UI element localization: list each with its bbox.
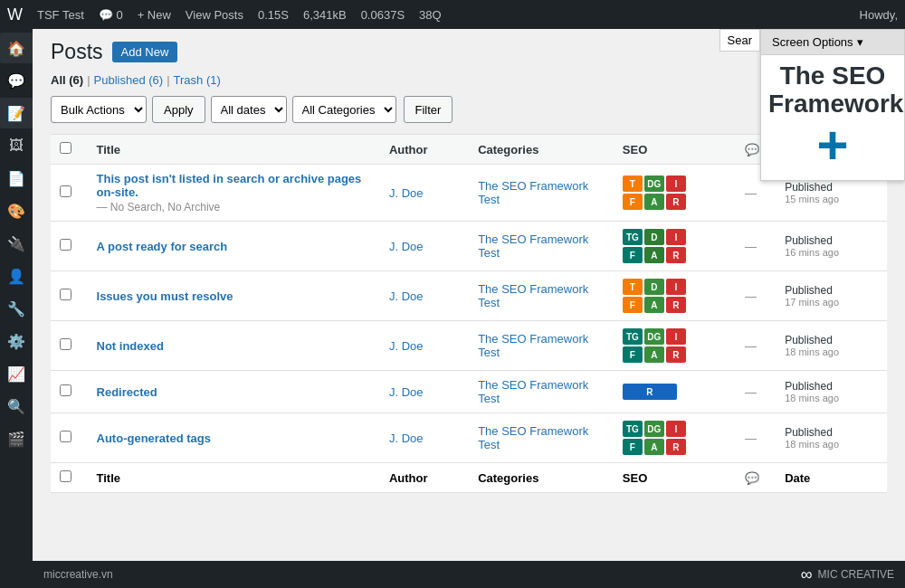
seo-badge: A bbox=[644, 247, 664, 263]
sidebar-item-plugins[interactable]: 🔌 bbox=[0, 228, 33, 259]
comments-icon: 💬 bbox=[99, 8, 113, 22]
dash-icon: — bbox=[745, 339, 757, 353]
table-row: Auto-generated tagsJ. DoeThe SEO Framewo… bbox=[51, 413, 887, 463]
chevron-down-icon: ▾ bbox=[857, 35, 863, 49]
main-content: Screen Options ▾ The SEO Framework + Sea… bbox=[33, 29, 905, 588]
tfoot-th-checkbox bbox=[51, 463, 88, 493]
site-name[interactable]: TSF Test bbox=[30, 8, 91, 22]
seo-badge: I bbox=[666, 279, 686, 295]
post-title-link[interactable]: Not indexed bbox=[97, 339, 164, 353]
row-checkbox[interactable] bbox=[60, 384, 71, 396]
sidebar-item-media[interactable]: 🖼 bbox=[0, 130, 33, 161]
seo-badge: R bbox=[666, 439, 686, 455]
date-filter-select[interactable]: All dates bbox=[211, 96, 287, 123]
table-row: A post ready for searchJ. DoeThe SEO Fra… bbox=[51, 222, 887, 271]
sidebar-item-users[interactable]: 👤 bbox=[0, 261, 33, 291]
seo-badge: F bbox=[623, 346, 643, 363]
th-categories: Categories bbox=[469, 135, 614, 165]
table-row: RedirectedJ. DoeThe SEO Framework TestR—… bbox=[51, 371, 887, 413]
seo-badge: I bbox=[666, 421, 686, 437]
search-box-partial[interactable]: Sear bbox=[719, 29, 760, 52]
post-title-link[interactable]: A post ready for search bbox=[97, 240, 228, 253]
subnav-published[interactable]: Published (6) bbox=[94, 73, 164, 87]
seo-badge: F bbox=[623, 297, 643, 313]
table-footer-row: Title Author Categories SEO 💬 bbox=[51, 463, 887, 493]
seo-badge: F bbox=[623, 247, 643, 263]
category-link[interactable]: The SEO Framework Test bbox=[478, 282, 588, 309]
seo-plugin-plus-icon: + bbox=[768, 119, 897, 173]
tfoot-th-author: Author bbox=[380, 463, 469, 493]
row-checkbox[interactable] bbox=[60, 338, 71, 350]
category-link[interactable]: The SEO Framework Test bbox=[478, 179, 588, 206]
add-new-button[interactable]: Add New bbox=[112, 42, 178, 62]
seo-badge: R bbox=[623, 384, 677, 400]
seo-badge: I bbox=[666, 229, 686, 245]
date-cell: Published16 mins ago bbox=[776, 222, 887, 271]
sidebar-item-tools[interactable]: 🔧 bbox=[0, 293, 33, 324]
screen-options-panel: Screen Options ▾ The SEO Framework + bbox=[760, 29, 905, 181]
post-title-link[interactable]: This post isn't listed in search or arch… bbox=[97, 172, 362, 199]
screen-options-label: Screen Options bbox=[772, 35, 853, 49]
select-all-checkbox[interactable] bbox=[60, 142, 71, 154]
seo-badge: I bbox=[666, 175, 686, 192]
comments-item[interactable]: 💬 0 bbox=[91, 8, 130, 22]
footer-brand: MIC CREATIVE bbox=[818, 568, 894, 581]
seo-badges: R bbox=[623, 384, 727, 400]
sidebar-item-pages[interactable]: 📄 bbox=[0, 163, 33, 194]
author-link[interactable]: J. Doe bbox=[389, 240, 424, 253]
apply-button[interactable]: Apply bbox=[152, 96, 205, 123]
footer-logo-mark: ∞ bbox=[801, 565, 813, 584]
category-link[interactable]: The SEO Framework Test bbox=[478, 232, 588, 260]
filter-button[interactable]: Filter bbox=[404, 96, 453, 123]
sidebar-item-video[interactable]: 🎬 bbox=[0, 423, 33, 454]
sidebar-item-settings[interactable]: ⚙️ bbox=[0, 326, 33, 356]
sidebar-item-comments[interactable]: 💬 bbox=[0, 65, 33, 96]
sidebar-item-posts[interactable]: 📝 bbox=[0, 98, 33, 128]
seo-badge: T bbox=[623, 279, 643, 295]
tfoot-th-date[interactable]: Date bbox=[776, 463, 887, 493]
category-link[interactable]: The SEO Framework Test bbox=[478, 332, 588, 359]
subnav-all[interactable]: All (6) bbox=[51, 73, 83, 87]
screen-options-button[interactable]: Screen Options ▾ bbox=[761, 30, 904, 55]
category-link[interactable]: The SEO Framework Test bbox=[478, 378, 588, 405]
author-link[interactable]: J. Doe bbox=[389, 385, 424, 399]
date-cell: Published18 mins ago bbox=[776, 371, 887, 413]
page-title: Posts bbox=[51, 40, 103, 64]
date-cell: Published17 mins ago bbox=[776, 271, 887, 321]
subnav-trash[interactable]: Trash (1) bbox=[174, 73, 221, 87]
comments-header-icon: 💬 bbox=[745, 143, 759, 156]
row-checkbox[interactable] bbox=[60, 431, 71, 442]
admin-bar: W TSF Test 💬 0 + New View Posts 0.15S 6,… bbox=[0, 0, 905, 29]
view-posts-item[interactable]: View Posts bbox=[178, 8, 251, 22]
seo-badge: DG bbox=[644, 328, 664, 345]
row-checkbox[interactable] bbox=[60, 289, 71, 300]
post-title-link[interactable]: Redirected bbox=[97, 385, 157, 399]
seo-badges: TDIFAR bbox=[623, 279, 727, 313]
row-checkbox[interactable] bbox=[60, 239, 71, 251]
new-item[interactable]: + New bbox=[130, 8, 178, 22]
author-link[interactable]: J. Doe bbox=[389, 339, 424, 353]
sidebar-item-dashboard[interactable]: 🏠 bbox=[0, 33, 33, 63]
wp-logo-icon[interactable]: W bbox=[7, 5, 23, 24]
sidebar-item-seo[interactable]: 📈 bbox=[0, 358, 33, 389]
app-wrapper: 🏠 💬 📝 🖼 📄 🎨 🔌 👤 🔧 ⚙️ 📈 🔍 🎬 Screen Option… bbox=[0, 29, 905, 588]
post-title-link[interactable]: Auto-generated tags bbox=[97, 432, 211, 445]
seo-badges: TGDGIFAR bbox=[623, 421, 727, 455]
th-title[interactable]: Title bbox=[88, 135, 380, 165]
footer-domain: miccreative.vn bbox=[43, 568, 113, 581]
bulk-actions-select[interactable]: Bulk Actions bbox=[51, 96, 147, 123]
row-checkbox[interactable] bbox=[60, 185, 71, 197]
seo-badge: TG bbox=[623, 328, 643, 345]
author-link[interactable]: J. Doe bbox=[389, 289, 424, 303]
sidebar-item-search[interactable]: 🔍 bbox=[0, 391, 33, 422]
sidebar-item-appearance[interactable]: 🎨 bbox=[0, 195, 33, 226]
category-link[interactable]: The SEO Framework Test bbox=[478, 424, 588, 451]
tfoot-th-title[interactable]: Title bbox=[88, 463, 380, 493]
seo-badge: R bbox=[666, 247, 686, 263]
author-link[interactable]: J. Doe bbox=[389, 186, 424, 200]
select-all-footer-checkbox[interactable] bbox=[60, 470, 71, 482]
post-title-link[interactable]: Issues you must resolve bbox=[97, 289, 233, 303]
author-link[interactable]: J. Doe bbox=[389, 432, 424, 445]
category-filter-select[interactable]: All Categories bbox=[292, 96, 396, 123]
tfoot-th-seo: SEO bbox=[614, 463, 736, 493]
